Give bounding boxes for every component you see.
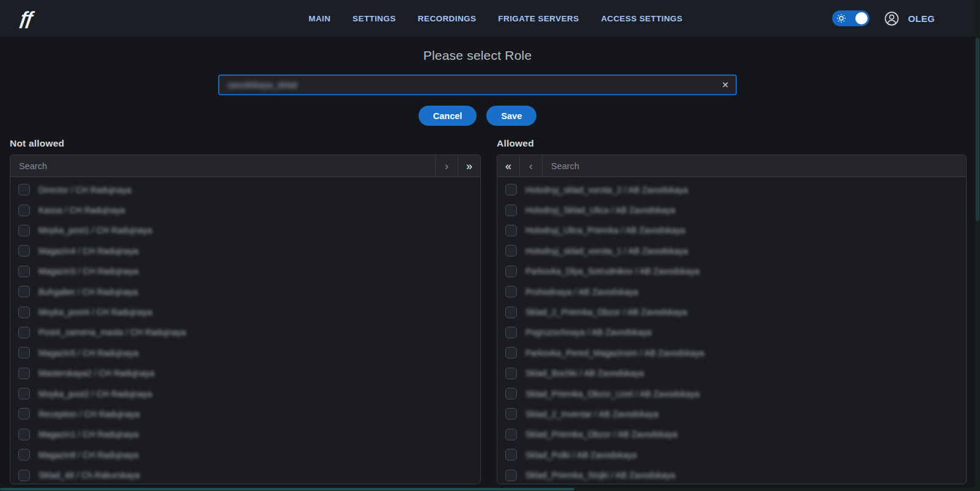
item-checkbox[interactable] — [18, 184, 30, 195]
page-title: Please select Role — [218, 48, 737, 63]
item-checkbox[interactable] — [18, 368, 30, 379]
username-label[interactable]: OLEG — [908, 13, 935, 24]
item-checkbox[interactable] — [18, 347, 30, 358]
item-checkbox[interactable] — [18, 429, 30, 440]
list-item[interactable]: Prohodnaya / AB Zavodskaya — [497, 282, 966, 302]
cancel-button[interactable]: Cancel — [419, 106, 477, 126]
item-checkbox[interactable] — [505, 327, 517, 338]
list-item[interactable]: Moyka_post2 / CH Radujnaya — [10, 384, 480, 404]
list-item[interactable]: Magazin8 / CH Radujnaya — [10, 445, 480, 465]
item-checkbox[interactable] — [18, 470, 30, 481]
role-name-input[interactable]: zavodskaya_sklad ✕ — [218, 75, 737, 95]
item-checkbox[interactable] — [505, 225, 517, 236]
list-item[interactable]: Buhgalter / CH Radujnaya — [10, 282, 480, 302]
horizontal-scrollbar[interactable] — [0, 487, 980, 491]
list-item[interactable]: Holodnyj_sklad_vorota_1 / AB Zavodskaya — [497, 241, 966, 261]
item-checkbox[interactable] — [505, 388, 517, 399]
move-selected-right-button chevron-right-icon[interactable]: › — [435, 155, 458, 176]
item-checkbox[interactable] — [18, 286, 30, 297]
item-label: Magazin4 / CH Radujnaya — [38, 246, 138, 256]
item-label: Kassa / CH Radujnaya — [38, 205, 125, 215]
list-item[interactable]: Director / CH Radujnaya — [10, 180, 480, 200]
not-allowed-search-input[interactable] — [10, 155, 435, 176]
list-item[interactable]: Magazin5 / CH Radujnaya — [10, 343, 480, 363]
item-checkbox[interactable] — [505, 347, 517, 358]
item-checkbox[interactable] — [505, 205, 517, 216]
list-item[interactable]: Sklad_Priemka_Obzor_Uzel / AB Zavodskaya — [497, 384, 966, 404]
item-checkbox[interactable] — [18, 205, 30, 216]
list-item[interactable]: Parkovka_Pered_Magazinom / AB Zavodskaya — [497, 343, 966, 363]
item-label: Holodnyj_Ulica_Priemka / AB Zavodskaya — [525, 225, 685, 235]
move-all-right-button double-chevron-right-icon[interactable]: » — [458, 155, 480, 176]
list-item[interactable]: Magazin3 / CH Radujnaya — [10, 261, 480, 282]
list-item[interactable]: Sklad_2_Inventar / AB Zavodskaya — [497, 404, 966, 424]
item-checkbox[interactable] — [505, 286, 517, 297]
nav-link[interactable]: RECORDINGS — [418, 14, 477, 23]
item-checkbox[interactable] — [505, 245, 517, 256]
list-item[interactable]: Reception / CH Radujnaya — [10, 404, 480, 424]
nav-link[interactable]: MAIN — [309, 14, 331, 23]
item-label: Holodnyj_Sklad_Ulica / AB Zavodskaya — [525, 205, 675, 215]
list-item[interactable]: Holodnyj_sklad_vorota_2 / AB Zavodskaya — [497, 180, 966, 200]
item-label: Sklad_Bochki / AB Zavodskaya — [525, 368, 644, 378]
list-item[interactable]: Parkovka_Dlya_Sotrudnikov / AB Zavodskay… — [497, 261, 966, 282]
move-all-left-button double-chevron-left-icon[interactable]: « — [497, 155, 520, 176]
list-item[interactable]: Moyka_post4 / CH Radujnaya — [10, 302, 480, 322]
item-checkbox[interactable] — [505, 266, 517, 277]
list-item[interactable]: Sklad_Polki / AB Zavodskaya — [497, 445, 966, 465]
nav-link[interactable]: SETTINGS — [353, 14, 396, 23]
list-item[interactable]: Moyka_post1 / CH Radujnaya — [10, 220, 480, 241]
list-item[interactable]: Holodnyj_Sklad_Ulica / AB Zavodskaya — [497, 200, 966, 220]
nav-link[interactable]: ACCESS SETTINGS — [601, 14, 683, 23]
item-checkbox[interactable] — [18, 266, 30, 277]
list-item[interactable]: Sklad_Bochki / AB Zavodskaya — [497, 363, 966, 384]
horizontal-scrollbar-thumb[interactable] — [0, 488, 574, 490]
app-logo-frigate-birds-icon[interactable]: ƒƒ — [6, 2, 42, 34]
item-checkbox[interactable] — [505, 184, 517, 195]
list-item[interactable]: Sklad_2_Priemka_Obzor / AB Zavodskaya — [497, 302, 966, 322]
item-label: Sklad_Priemka_Obzor_Uzel / AB Zavodskaya — [525, 389, 700, 399]
list-item[interactable]: Sklad_Priemka_Obzor / AB Zavodskaya — [497, 424, 966, 445]
list-item[interactable]: Kassa / CH Radujnaya — [10, 200, 480, 220]
user-avatar-icon[interactable] — [883, 10, 900, 27]
not-allowed-list: Director / CH Radujnaya Kassa / CH Raduj… — [10, 177, 480, 484]
item-checkbox[interactable] — [18, 388, 30, 399]
item-checkbox[interactable] — [505, 408, 517, 420]
list-item[interactable]: Sklad_48 / Ch.Rakurskaya — [10, 465, 480, 484]
save-button[interactable]: Save — [486, 106, 536, 126]
item-checkbox[interactable] — [505, 368, 517, 379]
list-item[interactable]: Magazin1 / CH Radujnaya — [10, 424, 480, 445]
item-checkbox[interactable] — [18, 307, 30, 318]
item-checkbox[interactable] — [505, 470, 517, 481]
item-checkbox[interactable] — [18, 327, 30, 338]
list-item[interactable]: Sklad_Priemka_Stojki / AB Zavodskaya — [497, 465, 966, 484]
vertical-scrollbar-thumb[interactable] — [976, 38, 979, 221]
item-label: Moyka_post1 / CH Radujnaya — [38, 225, 152, 235]
item-checkbox[interactable] — [18, 408, 30, 420]
item-checkbox[interactable] — [505, 429, 517, 440]
vertical-scrollbar[interactable] — [975, 0, 980, 491]
clear-input-icon[interactable]: ✕ — [722, 81, 729, 89]
item-checkbox[interactable] — [18, 449, 30, 460]
nav-link[interactable]: FRIGATE SERVERS — [498, 14, 579, 23]
list-item[interactable]: Post4_zamena_masla / CH Radujnaya — [10, 322, 480, 343]
allowed-search-input[interactable] — [543, 155, 966, 176]
item-checkbox[interactable] — [18, 225, 30, 236]
list-item[interactable]: Masterskaya2 / CH Radujnaya — [10, 363, 480, 384]
item-label: Pogruzochnaya / AB Zavodskaya — [525, 327, 651, 337]
list-item[interactable]: Magazin4 / CH Radujnaya — [10, 241, 480, 261]
item-label: Magazin3 / CH Radujnaya — [38, 266, 138, 276]
item-checkbox[interactable] — [505, 307, 517, 318]
item-label: Sklad_Priemka_Stojki / AB Zavodskaya — [525, 470, 675, 480]
item-label: Sklad_Priemka_Obzor / AB Zavodskaya — [525, 429, 678, 439]
list-item[interactable]: Holodnyj_Ulica_Priemka / AB Zavodskaya — [497, 220, 966, 241]
item-checkbox[interactable] — [505, 449, 517, 460]
item-checkbox[interactable] — [18, 245, 30, 256]
allowed-toolbar: « ‹ — [497, 155, 966, 177]
list-item[interactable]: Pogruzochnaya / AB Zavodskaya — [497, 322, 966, 343]
main-navigation: MAIN SETTINGS RECORDINGS FRIGATE SERVERS… — [309, 0, 682, 37]
move-selected-left-button chevron-left-icon[interactable]: ‹ — [520, 155, 543, 176]
theme-toggle-switch[interactable] — [832, 10, 869, 26]
not-allowed-panel: › » Director / CH Radujnaya Kassa / CH R… — [10, 155, 481, 484]
item-label: Moyka_post4 / CH Radujnaya — [38, 307, 152, 317]
